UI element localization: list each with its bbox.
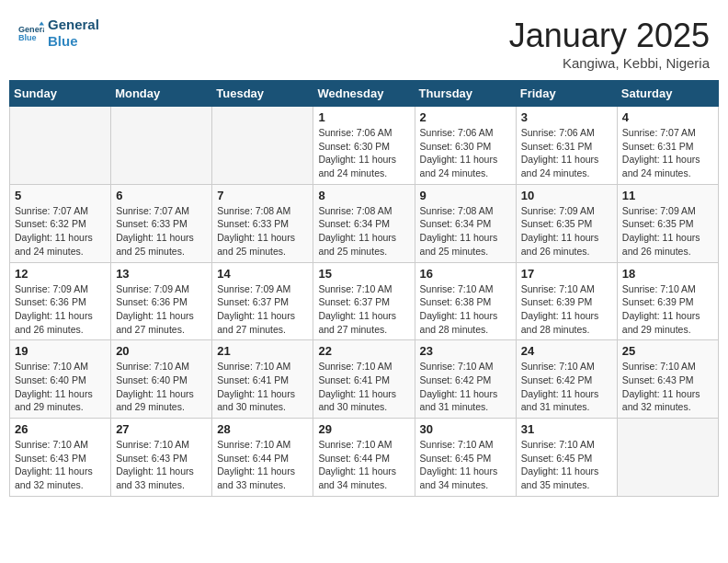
day-number: 3 [521,110,612,124]
calendar-cell: 7Sunrise: 7:08 AM Sunset: 6:33 PM Daylig… [212,184,313,262]
day-info: Sunrise: 7:10 AM Sunset: 6:39 PM Dayligh… [521,282,612,337]
weekday-header-row: SundayMondayTuesdayWednesdayThursdayFrid… [10,81,719,107]
day-number: 15 [318,267,409,281]
day-info: Sunrise: 7:10 AM Sunset: 6:41 PM Dayligh… [318,360,409,414]
calendar-cell: 13Sunrise: 7:09 AM Sunset: 6:36 PM Dayli… [111,262,212,340]
calendar-cell: 6Sunrise: 7:07 AM Sunset: 6:33 PM Daylig… [111,184,212,262]
calendar-cell: 24Sunrise: 7:10 AM Sunset: 6:42 PM Dayli… [516,340,617,419]
calendar-cell: 22Sunrise: 7:10 AM Sunset: 6:41 PM Dayli… [313,340,415,419]
calendar-cell: 16Sunrise: 7:10 AM Sunset: 6:38 PM Dayli… [415,262,516,340]
day-number: 20 [116,344,207,358]
day-info: Sunrise: 7:10 AM Sunset: 6:41 PM Dayligh… [217,360,308,414]
day-number: 4 [622,110,713,124]
calendar-cell: 25Sunrise: 7:10 AM Sunset: 6:43 PM Dayli… [617,340,718,419]
calendar-cell: 28Sunrise: 7:10 AM Sunset: 6:44 PM Dayli… [212,419,313,497]
day-number: 18 [622,267,713,281]
location: Kangiwa, Kebbi, Nigeria [509,55,710,71]
day-info: Sunrise: 7:10 AM Sunset: 6:45 PM Dayligh… [521,438,612,492]
weekday-header-tuesday: Tuesday [212,81,313,107]
day-number: 24 [521,344,612,358]
day-info: Sunrise: 7:06 AM Sunset: 6:30 PM Dayligh… [318,126,409,180]
day-number: 5 [15,189,106,202]
day-number: 29 [318,422,409,436]
calendar-cell [617,419,718,497]
day-number: 1 [318,110,409,124]
logo-general: General [48,17,99,33]
day-info: Sunrise: 7:10 AM Sunset: 6:43 PM Dayligh… [116,438,207,492]
logo-icon: General Blue [18,20,44,46]
weekday-header-wednesday: Wednesday [313,81,415,107]
day-info: Sunrise: 7:07 AM Sunset: 6:33 PM Dayligh… [116,204,207,259]
day-info: Sunrise: 7:10 AM Sunset: 6:39 PM Dayligh… [622,282,713,337]
day-number: 8 [318,189,409,202]
calendar-cell [212,107,313,185]
calendar-cell: 27Sunrise: 7:10 AM Sunset: 6:43 PM Dayli… [111,419,212,497]
calendar-cell: 17Sunrise: 7:10 AM Sunset: 6:39 PM Dayli… [516,262,617,340]
calendar-week-row: 26Sunrise: 7:10 AM Sunset: 6:43 PM Dayli… [10,419,719,497]
day-number: 7 [217,189,308,202]
day-number: 31 [521,422,612,436]
day-number: 13 [116,267,207,281]
day-info: Sunrise: 7:06 AM Sunset: 6:31 PM Dayligh… [521,126,612,180]
calendar-cell: 4Sunrise: 7:07 AM Sunset: 6:31 PM Daylig… [617,107,718,185]
calendar-week-row: 1Sunrise: 7:06 AM Sunset: 6:30 PM Daylig… [10,107,719,185]
calendar-cell: 20Sunrise: 7:10 AM Sunset: 6:40 PM Dayli… [111,340,212,419]
calendar-cell: 5Sunrise: 7:07 AM Sunset: 6:32 PM Daylig… [10,184,111,262]
calendar-cell: 30Sunrise: 7:10 AM Sunset: 6:45 PM Dayli… [415,419,516,497]
day-number: 19 [15,344,106,358]
calendar-cell: 12Sunrise: 7:09 AM Sunset: 6:36 PM Dayli… [10,262,111,340]
day-number: 9 [420,189,511,202]
day-number: 28 [217,422,308,436]
day-info: Sunrise: 7:09 AM Sunset: 6:37 PM Dayligh… [217,282,308,337]
day-info: Sunrise: 7:10 AM Sunset: 6:40 PM Dayligh… [15,360,106,414]
calendar-cell: 23Sunrise: 7:10 AM Sunset: 6:42 PM Dayli… [415,340,516,419]
day-number: 26 [15,422,106,436]
svg-text:General: General [18,25,44,34]
day-info: Sunrise: 7:10 AM Sunset: 6:37 PM Dayligh… [318,282,409,337]
day-number: 10 [521,189,612,202]
calendar-cell: 31Sunrise: 7:10 AM Sunset: 6:45 PM Dayli… [516,419,617,497]
day-info: Sunrise: 7:10 AM Sunset: 6:45 PM Dayligh… [420,438,511,492]
day-number: 30 [420,422,511,436]
day-number: 12 [15,267,106,281]
day-info: Sunrise: 7:10 AM Sunset: 6:43 PM Dayligh… [622,360,713,414]
day-info: Sunrise: 7:07 AM Sunset: 6:31 PM Dayligh… [622,126,713,180]
calendar-cell: 3Sunrise: 7:06 AM Sunset: 6:31 PM Daylig… [516,107,617,185]
calendar-cell: 11Sunrise: 7:09 AM Sunset: 6:35 PM Dayli… [617,184,718,262]
day-info: Sunrise: 7:10 AM Sunset: 6:43 PM Dayligh… [15,438,106,492]
day-number: 23 [420,344,511,358]
day-number: 11 [622,189,713,202]
weekday-header-thursday: Thursday [415,81,516,107]
calendar-cell: 21Sunrise: 7:10 AM Sunset: 6:41 PM Dayli… [212,340,313,419]
day-number: 17 [521,267,612,281]
month-title: January 2025 [509,17,710,55]
day-info: Sunrise: 7:09 AM Sunset: 6:36 PM Dayligh… [116,282,207,337]
day-number: 22 [318,344,409,358]
calendar-week-row: 12Sunrise: 7:09 AM Sunset: 6:36 PM Dayli… [10,262,719,340]
day-info: Sunrise: 7:08 AM Sunset: 6:34 PM Dayligh… [318,204,409,259]
calendar-cell: 1Sunrise: 7:06 AM Sunset: 6:30 PM Daylig… [313,107,415,185]
logo: General Blue General Blue [18,17,99,50]
day-number: 6 [116,189,207,202]
calendar-week-row: 5Sunrise: 7:07 AM Sunset: 6:32 PM Daylig… [10,184,719,262]
weekday-header-sunday: Sunday [10,81,111,107]
calendar-cell: 15Sunrise: 7:10 AM Sunset: 6:37 PM Dayli… [313,262,415,340]
svg-marker-2 [39,21,44,25]
calendar-cell [10,107,111,185]
weekday-header-monday: Monday [111,81,212,107]
day-info: Sunrise: 7:10 AM Sunset: 6:42 PM Dayligh… [420,360,511,414]
day-info: Sunrise: 7:08 AM Sunset: 6:33 PM Dayligh… [217,204,308,259]
day-info: Sunrise: 7:10 AM Sunset: 6:38 PM Dayligh… [420,282,511,337]
day-number: 25 [622,344,713,358]
calendar-cell: 8Sunrise: 7:08 AM Sunset: 6:34 PM Daylig… [313,184,415,262]
day-info: Sunrise: 7:09 AM Sunset: 6:35 PM Dayligh… [622,204,713,259]
day-number: 16 [420,267,511,281]
day-info: Sunrise: 7:10 AM Sunset: 6:40 PM Dayligh… [116,360,207,414]
day-info: Sunrise: 7:09 AM Sunset: 6:36 PM Dayligh… [15,282,106,337]
day-info: Sunrise: 7:06 AM Sunset: 6:30 PM Dayligh… [420,126,511,180]
calendar-cell: 2Sunrise: 7:06 AM Sunset: 6:30 PM Daylig… [415,107,516,185]
day-number: 21 [217,344,308,358]
calendar-table: SundayMondayTuesdayWednesdayThursdayFrid… [9,80,719,497]
calendar-week-row: 19Sunrise: 7:10 AM Sunset: 6:40 PM Dayli… [10,340,719,419]
weekday-header-saturday: Saturday [617,81,718,107]
